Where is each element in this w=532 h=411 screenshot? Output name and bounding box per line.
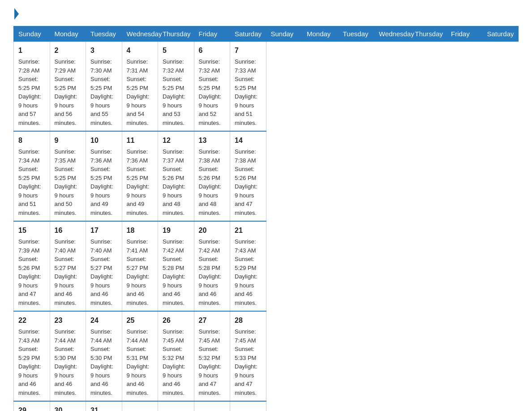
logo-arrow-icon — [14, 8, 19, 20]
calendar-cell: 8Sunrise: 7:34 AMSunset: 5:25 PMDaylight… — [14, 131, 50, 221]
calendar-cell: 15Sunrise: 7:39 AMSunset: 5:26 PMDayligh… — [14, 221, 50, 311]
day-number: 2 — [55, 45, 82, 56]
day-info: Sunrise: 7:37 AMSunset: 5:26 PMDaylight:… — [163, 148, 185, 216]
calendar-cell: 9Sunrise: 7:35 AMSunset: 5:25 PMDaylight… — [50, 131, 86, 221]
calendar-cell: 13Sunrise: 7:38 AMSunset: 5:26 PMDayligh… — [194, 131, 230, 221]
calendar-cell: 17Sunrise: 7:40 AMSunset: 5:27 PMDayligh… — [86, 221, 122, 311]
column-header-sunday: Sunday — [14, 26, 50, 42]
calendar-cell — [122, 401, 158, 411]
calendar-cell: 30Sunrise: 7:46 AMSunset: 5:34 PMDayligh… — [50, 401, 86, 411]
calendar-cell: 10Sunrise: 7:36 AMSunset: 5:25 PMDayligh… — [86, 131, 122, 221]
day-number: 28 — [235, 315, 262, 326]
day-info: Sunrise: 7:36 AMSunset: 5:25 PMDaylight:… — [127, 148, 150, 216]
day-number: 27 — [199, 315, 226, 326]
day-info: Sunrise: 7:28 AMSunset: 5:25 PMDaylight:… — [18, 58, 41, 126]
calendar-cell — [230, 401, 266, 411]
week-row-3: 15Sunrise: 7:39 AMSunset: 5:26 PMDayligh… — [14, 221, 519, 311]
week-row-2: 8Sunrise: 7:34 AMSunset: 5:25 PMDaylight… — [14, 131, 519, 221]
day-number: 30 — [55, 405, 82, 411]
day-info: Sunrise: 7:42 AMSunset: 5:28 PMDaylight:… — [199, 238, 222, 306]
day-number: 20 — [199, 225, 226, 236]
day-number: 1 — [18, 45, 45, 56]
day-info: Sunrise: 7:32 AMSunset: 5:25 PMDaylight:… — [163, 58, 185, 126]
day-number: 10 — [90, 135, 117, 146]
column-header-wednesday: Wednesday — [374, 26, 411, 42]
day-number: 16 — [55, 225, 82, 236]
day-info: Sunrise: 7:45 AMSunset: 5:32 PMDaylight:… — [199, 328, 222, 396]
day-number: 5 — [163, 45, 189, 56]
logo — [13, 9, 19, 18]
day-number: 14 — [235, 135, 262, 146]
day-info: Sunrise: 7:42 AMSunset: 5:28 PMDaylight:… — [163, 238, 185, 306]
calendar-cell: 3Sunrise: 7:30 AMSunset: 5:25 PMDaylight… — [86, 42, 122, 132]
calendar-cell: 11Sunrise: 7:36 AMSunset: 5:25 PMDayligh… — [122, 131, 158, 221]
day-number: 9 — [55, 135, 82, 146]
day-info: Sunrise: 7:43 AMSunset: 5:29 PMDaylight:… — [18, 328, 41, 396]
day-number: 18 — [127, 225, 154, 236]
column-header-thursday: Thursday — [158, 26, 194, 42]
calendar-cell: 6Sunrise: 7:32 AMSunset: 5:25 PMDaylight… — [194, 42, 230, 132]
column-header-friday: Friday — [194, 26, 230, 42]
day-number: 11 — [127, 135, 154, 146]
day-number: 15 — [18, 225, 45, 236]
calendar-cell: 2Sunrise: 7:29 AMSunset: 5:25 PMDaylight… — [50, 42, 86, 132]
calendar-cell: 24Sunrise: 7:44 AMSunset: 5:30 PMDayligh… — [86, 311, 122, 401]
day-info: Sunrise: 7:40 AMSunset: 5:27 PMDaylight:… — [55, 238, 77, 306]
calendar-cell: 20Sunrise: 7:42 AMSunset: 5:28 PMDayligh… — [194, 221, 230, 311]
day-number: 19 — [163, 225, 189, 236]
day-number: 7 — [235, 45, 262, 56]
day-info: Sunrise: 7:30 AMSunset: 5:25 PMDaylight:… — [90, 58, 113, 126]
day-info: Sunrise: 7:33 AMSunset: 5:25 PMDaylight:… — [235, 58, 257, 126]
column-header-friday: Friday — [446, 26, 483, 42]
calendar-cell: 25Sunrise: 7:44 AMSunset: 5:31 PMDayligh… — [122, 311, 158, 401]
day-info: Sunrise: 7:45 AMSunset: 5:32 PMDaylight:… — [163, 328, 185, 396]
column-header-saturday: Saturday — [482, 26, 519, 42]
column-header-tuesday: Tuesday — [86, 26, 122, 42]
day-info: Sunrise: 7:43 AMSunset: 5:29 PMDaylight:… — [235, 238, 257, 306]
week-row-4: 22Sunrise: 7:43 AMSunset: 5:29 PMDayligh… — [14, 311, 519, 401]
calendar-table: SundayMondayTuesdayWednesdayThursdayFrid… — [13, 26, 519, 411]
column-header-monday: Monday — [302, 26, 339, 42]
day-number: 22 — [18, 315, 45, 326]
calendar-cell: 22Sunrise: 7:43 AMSunset: 5:29 PMDayligh… — [14, 311, 50, 401]
column-header-thursday: Thursday — [410, 26, 446, 42]
day-number: 6 — [199, 45, 226, 56]
day-info: Sunrise: 7:40 AMSunset: 5:27 PMDaylight:… — [90, 238, 113, 306]
day-info: Sunrise: 7:36 AMSunset: 5:25 PMDaylight:… — [90, 148, 113, 216]
calendar-cell: 16Sunrise: 7:40 AMSunset: 5:27 PMDayligh… — [50, 221, 86, 311]
calendar-cell: 27Sunrise: 7:45 AMSunset: 5:32 PMDayligh… — [194, 311, 230, 401]
day-number: 13 — [199, 135, 226, 146]
day-info: Sunrise: 7:44 AMSunset: 5:30 PMDaylight:… — [55, 328, 77, 396]
day-info: Sunrise: 7:45 AMSunset: 5:33 PMDaylight:… — [235, 328, 257, 396]
day-number: 12 — [163, 135, 189, 146]
column-header-monday: Monday — [50, 26, 86, 42]
calendar-cell: 31Sunrise: 7:46 AMSunset: 5:35 PMDayligh… — [86, 401, 122, 411]
calendar-cell: 18Sunrise: 7:41 AMSunset: 5:27 PMDayligh… — [122, 221, 158, 311]
calendar-cell: 29Sunrise: 7:46 AMSunset: 5:33 PMDayligh… — [14, 401, 50, 411]
day-info: Sunrise: 7:44 AMSunset: 5:31 PMDaylight:… — [127, 328, 150, 396]
header-row: SundayMondayTuesdayWednesdayThursdayFrid… — [14, 26, 519, 42]
day-number: 24 — [90, 315, 117, 326]
day-number: 29 — [18, 405, 45, 411]
column-header-sunday: Sunday — [266, 26, 302, 42]
day-number: 3 — [90, 45, 117, 56]
calendar-cell: 21Sunrise: 7:43 AMSunset: 5:29 PMDayligh… — [230, 221, 266, 311]
day-info: Sunrise: 7:35 AMSunset: 5:25 PMDaylight:… — [55, 148, 77, 216]
column-header-wednesday: Wednesday — [122, 26, 158, 42]
calendar-cell: 4Sunrise: 7:31 AMSunset: 5:25 PMDaylight… — [122, 42, 158, 132]
page-header — [13, 9, 519, 18]
calendar-cell: 12Sunrise: 7:37 AMSunset: 5:26 PMDayligh… — [158, 131, 194, 221]
day-number: 31 — [90, 405, 117, 411]
calendar-cell: 5Sunrise: 7:32 AMSunset: 5:25 PMDaylight… — [158, 42, 194, 132]
column-header-tuesday: Tuesday — [338, 26, 374, 42]
day-number: 23 — [55, 315, 82, 326]
calendar-cell: 19Sunrise: 7:42 AMSunset: 5:28 PMDayligh… — [158, 221, 194, 311]
calendar-cell: 28Sunrise: 7:45 AMSunset: 5:33 PMDayligh… — [230, 311, 266, 401]
day-number: 8 — [18, 135, 45, 146]
calendar-cell — [158, 401, 194, 411]
day-number: 4 — [127, 45, 154, 56]
day-info: Sunrise: 7:44 AMSunset: 5:30 PMDaylight:… — [90, 328, 113, 396]
week-row-1: 1Sunrise: 7:28 AMSunset: 5:25 PMDaylight… — [14, 42, 519, 132]
day-number: 21 — [235, 225, 262, 236]
day-number: 26 — [163, 315, 189, 326]
